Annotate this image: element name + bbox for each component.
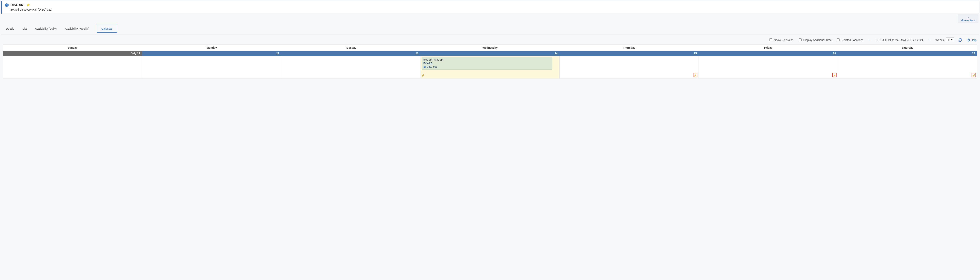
date-cell-fri[interactable]: 26 xyxy=(699,51,838,56)
related-locations-label: Related Locations xyxy=(842,38,863,42)
related-locations-checkbox[interactable]: Related Locations xyxy=(836,38,863,42)
show-blackouts-label: Show Blackouts xyxy=(774,38,794,42)
refresh-icon[interactable] xyxy=(958,38,962,42)
weeks-select[interactable]: 1 xyxy=(946,37,954,42)
date-cell-sun[interactable]: July 21 xyxy=(3,51,142,56)
calendar-cell-mon[interactable] xyxy=(142,56,281,78)
display-additional-input[interactable] xyxy=(799,38,802,42)
day-header-sun: Sunday xyxy=(3,44,142,51)
edit-icon[interactable] xyxy=(422,74,425,77)
next-week-button[interactable]: → xyxy=(928,38,931,42)
tab-list[interactable]: List xyxy=(22,26,28,32)
event-location: DISC 061 xyxy=(423,66,550,68)
date-cell-tue[interactable]: 23 xyxy=(281,51,420,56)
cube-icon xyxy=(5,3,9,7)
event-location-label: DISC 061 xyxy=(427,66,437,68)
event-block[interactable]: 8:00 am - 5:30 pm FY A&O DISC 061 xyxy=(422,57,552,70)
calendar-grid: Sunday Monday Tuesday Wednesday Thursday… xyxy=(3,44,977,78)
event-time: 8:00 am - 5:30 pm xyxy=(423,58,550,61)
day-header-mon: Monday xyxy=(142,44,281,51)
show-blackouts-checkbox[interactable]: Show Blackouts xyxy=(768,38,794,42)
favorite-star-icon[interactable] xyxy=(27,3,30,7)
chevron-down-icon: ⌄ xyxy=(961,16,975,18)
calendar-cell-wed[interactable]: 8:00 am - 5:30 pm FY A&O DISC 061 xyxy=(420,56,560,78)
display-additional-checkbox[interactable]: Display Additional Time xyxy=(798,38,832,42)
show-blackouts-input[interactable] xyxy=(769,38,772,42)
edit-icon[interactable] xyxy=(972,73,976,77)
help-label: Help xyxy=(971,38,977,42)
help-link[interactable]: Help xyxy=(966,38,977,42)
date-cell-thu[interactable]: 25 xyxy=(560,51,699,56)
tab-availability-weekly[interactable]: Availability (Weekly) xyxy=(64,26,90,32)
calendar-cell-tue[interactable] xyxy=(281,56,420,78)
related-locations-input[interactable] xyxy=(837,38,840,42)
day-header-wed: Wednesday xyxy=(420,44,560,51)
calendar-cell-sun[interactable] xyxy=(3,56,142,78)
calendar-cell-sat[interactable] xyxy=(838,56,977,78)
date-range[interactable]: SUN JUL 21 2024 - SAT JUL 27 2024 xyxy=(875,38,923,42)
prev-week-button[interactable]: ← xyxy=(868,38,871,42)
more-actions-label: More Actions xyxy=(961,19,975,22)
tab-details[interactable]: Details xyxy=(5,26,15,32)
day-header-tue: Tuesday xyxy=(281,44,420,51)
day-header-thu: Thursday xyxy=(560,44,699,51)
more-actions-button[interactable]: ⌄ More Actions xyxy=(958,14,978,23)
tab-availability-daily[interactable]: Availability (Daily) xyxy=(34,26,57,32)
edit-icon[interactable] xyxy=(693,73,697,77)
weeks-label: Weeks: xyxy=(935,38,945,42)
location-subtitle: Bothell Discovery Hall (DISC) 061 xyxy=(10,8,976,11)
location-title: DISC 061 xyxy=(10,3,25,7)
day-header-sat: Saturday xyxy=(838,44,977,51)
edit-icon[interactable] xyxy=(832,73,837,77)
calendar-toolbar: Show Blackouts Display Additional Time R… xyxy=(0,35,980,44)
date-cell-sat[interactable]: 27 xyxy=(838,51,977,56)
date-cell-mon[interactable]: 22 xyxy=(142,51,281,56)
tab-calendar[interactable]: Calendar xyxy=(97,25,118,33)
day-header-fri: Friday xyxy=(699,44,838,51)
date-cell-wed[interactable]: 24 xyxy=(420,51,560,56)
display-additional-label: Display Additional Time xyxy=(803,38,832,42)
calendar-cell-thu[interactable] xyxy=(560,56,699,78)
tabs: Details List Availability (Daily) Availa… xyxy=(1,23,979,35)
event-title: FY A&O xyxy=(423,62,550,65)
location-header: DISC 061 Bothell Discovery Hall (DISC) 0… xyxy=(1,1,979,14)
calendar-cell-fri[interactable] xyxy=(699,56,838,78)
